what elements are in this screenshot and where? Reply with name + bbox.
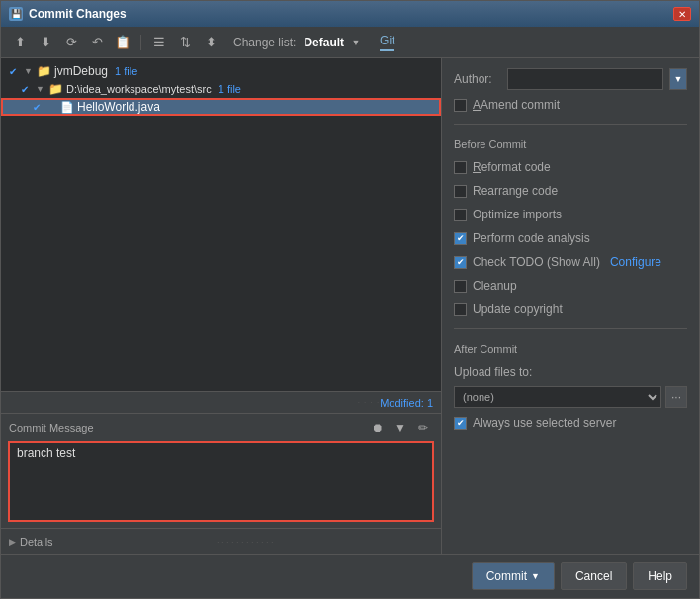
badge-src: 1 file bbox=[219, 83, 241, 95]
cancel-button[interactable]: Cancel bbox=[561, 562, 627, 590]
rearrange-code-label: Rearrange code bbox=[473, 184, 558, 198]
check-todo-row: ✔ Check TODO (Show All) Configure bbox=[454, 253, 687, 271]
toolbar-btn-6[interactable]: ☰ bbox=[148, 32, 170, 53]
upload-row: (none) ··· bbox=[454, 386, 687, 408]
checkbox-src[interactable]: ✔ bbox=[21, 84, 33, 95]
commit-msg-rec-btn[interactable]: ⏺ bbox=[368, 418, 388, 438]
modified-label: Modified: 1 bbox=[380, 397, 433, 409]
file-icon-helloworld: 📄 bbox=[60, 101, 74, 114]
cleanup-label: Cleanup bbox=[473, 279, 517, 293]
update-copyright-checkbox[interactable] bbox=[454, 303, 467, 316]
commit-msg-tools: ⏺ ▼ ✏ bbox=[368, 418, 433, 438]
section-divider-1 bbox=[454, 124, 687, 125]
rearrange-code-checkbox[interactable] bbox=[454, 185, 467, 198]
before-commit-label: Before Commit bbox=[454, 138, 687, 150]
amend-commit-checkbox[interactable] bbox=[454, 99, 467, 112]
commit-msg-arrow-btn[interactable]: ▼ bbox=[391, 418, 410, 438]
always-use-checkbox[interactable]: ✔ bbox=[454, 417, 467, 430]
git-tab[interactable]: Git bbox=[380, 34, 394, 51]
dialog-title: Commit Changes bbox=[29, 7, 127, 21]
details-arrow: ▶ bbox=[9, 537, 16, 547]
always-use-label: Always use selected server bbox=[473, 416, 616, 430]
toolbar-btn-4[interactable]: ↶ bbox=[86, 32, 108, 53]
upload-select[interactable]: (none) bbox=[454, 386, 661, 408]
configure-link[interactable]: Configure bbox=[610, 255, 661, 269]
commit-msg-wrapper bbox=[9, 442, 433, 524]
optimize-imports-checkbox[interactable] bbox=[454, 209, 467, 221]
rearrange-code-row: Rearrange code bbox=[454, 182, 687, 200]
commit-dropdown-arrow: ▼ bbox=[531, 571, 540, 581]
amend-commit-label: AAmend commit bbox=[473, 98, 560, 112]
toolbar: ⬆ ⬇ ⟳ ↶ 📋 ☰ ⇅ ⬍ Change list: Default ▼ G… bbox=[1, 27, 699, 58]
perform-analysis-checkbox[interactable]: ✔ bbox=[454, 232, 467, 245]
arrow-jvmdebug: ▼ bbox=[24, 66, 34, 76]
reformat-code-checkbox[interactable] bbox=[454, 161, 467, 174]
commit-msg-edit-btn[interactable]: ✏ bbox=[413, 418, 433, 438]
toolbar-btn-8[interactable]: ⬍ bbox=[200, 32, 221, 53]
toolbar-separator bbox=[140, 35, 141, 50]
toolbar-btn-2[interactable]: ⬇ bbox=[35, 32, 56, 53]
amend-commit-row: AAmend commit bbox=[454, 96, 687, 114]
cleanup-checkbox[interactable] bbox=[454, 280, 467, 293]
checkbox-helloworld[interactable]: ✔ bbox=[33, 102, 44, 113]
label-jvmdebug: jvmDebug bbox=[54, 64, 108, 78]
toolbar-btn-3[interactable]: ⟳ bbox=[60, 32, 82, 53]
commit-message-area: Commit Message ⏺ ▼ ✏ bbox=[1, 413, 441, 528]
checkmark-always: ✔ bbox=[457, 418, 465, 428]
update-copyright-row: Update copyright bbox=[454, 300, 687, 318]
label-helloworld: HelloWorld.java bbox=[77, 100, 160, 114]
toolbar-btn-7[interactable]: ⇅ bbox=[174, 32, 196, 53]
after-commit-label: After Commit bbox=[454, 343, 687, 355]
checkbox-jvmdebug[interactable]: ✔ bbox=[9, 66, 21, 77]
commit-message-label: Commit Message bbox=[9, 422, 94, 434]
check-todo-label: Check TODO (Show All) bbox=[473, 255, 600, 269]
title-bar-left: 💾 Commit Changes bbox=[9, 7, 127, 21]
details-label: Details bbox=[20, 536, 53, 548]
help-button[interactable]: Help bbox=[633, 562, 687, 590]
perform-analysis-row: ✔ Perform code analysis bbox=[454, 229, 687, 247]
author-input[interactable] bbox=[507, 68, 663, 90]
arrow-src: ▼ bbox=[36, 84, 45, 94]
details-resize-handle[interactable]: · · · · · · · · · · · · bbox=[57, 537, 433, 547]
tree-item-src[interactable]: ✔ ▼ 📁 D:\idea_workspace\mytest\src 1 fil… bbox=[1, 80, 441, 98]
close-button[interactable]: ✕ bbox=[673, 7, 691, 21]
toolbar-btn-1[interactable]: ⬆ bbox=[9, 32, 31, 53]
folder-icon-src: 📁 bbox=[48, 82, 63, 96]
toolbar-btn-5[interactable]: 📋 bbox=[112, 32, 133, 53]
changelist-name: Default bbox=[304, 36, 344, 49]
perform-analysis-label: Perform code analysis bbox=[473, 231, 590, 245]
upload-more-btn[interactable]: ··· bbox=[665, 386, 687, 408]
details-section[interactable]: ▶ Details · · · · · · · · · · · · bbox=[1, 528, 441, 554]
always-use-row: ✔ Always use selected server bbox=[454, 414, 687, 432]
reformat-code-label: Reformat code bbox=[473, 160, 551, 174]
folder-icon-jvmdebug: 📁 bbox=[37, 64, 51, 78]
dialog-icon: 💾 bbox=[9, 7, 23, 21]
commit-message-input[interactable] bbox=[9, 442, 433, 521]
commit-label: Commit bbox=[486, 569, 527, 583]
cleanup-row: Cleanup bbox=[454, 277, 687, 295]
left-panel: ✔ ▼ 📁 jvmDebug 1 file ✔ ▼ 📁 D:\idea_work… bbox=[1, 58, 442, 554]
author-dropdown[interactable]: ▼ bbox=[669, 68, 687, 90]
optimize-imports-row: Optimize imports bbox=[454, 206, 687, 223]
section-divider-2 bbox=[454, 328, 687, 329]
commit-button[interactable]: Commit ▼ bbox=[472, 562, 555, 590]
file-tree-footer: · · · · Modified: 1 bbox=[1, 391, 441, 413]
author-row: Author: ▼ bbox=[454, 68, 687, 90]
changelist-dropdown[interactable]: ▼ bbox=[348, 32, 364, 53]
resize-handle-top[interactable]: · · · · bbox=[358, 398, 381, 407]
main-content: ✔ ▼ 📁 jvmDebug 1 file ✔ ▼ 📁 D:\idea_work… bbox=[1, 58, 699, 554]
tree-item-helloworld[interactable]: ✔ 📄 HelloWorld.java bbox=[1, 98, 441, 116]
upload-files-label: Upload files to: bbox=[454, 363, 687, 381]
check-todo-checkbox[interactable]: ✔ bbox=[454, 256, 467, 269]
optimize-imports-label: Optimize imports bbox=[473, 208, 562, 221]
file-tree: ✔ ▼ 📁 jvmDebug 1 file ✔ ▼ 📁 D:\idea_work… bbox=[1, 58, 441, 391]
author-label: Author: bbox=[454, 72, 501, 86]
changelist-label: Change list: bbox=[233, 36, 296, 49]
badge-jvmdebug: 1 file bbox=[115, 65, 137, 77]
right-panel: Author: ▼ AAmend commit Before Commit Re… bbox=[442, 58, 699, 554]
tree-item-jvmdebug[interactable]: ✔ ▼ 📁 jvmDebug 1 file bbox=[1, 62, 441, 80]
label-src: D:\idea_workspace\mytest\src bbox=[66, 83, 212, 95]
bottom-bar: Commit ▼ Cancel Help bbox=[1, 554, 699, 598]
checkmark: ✔ bbox=[457, 233, 465, 243]
checkmark-todo: ✔ bbox=[457, 257, 465, 267]
